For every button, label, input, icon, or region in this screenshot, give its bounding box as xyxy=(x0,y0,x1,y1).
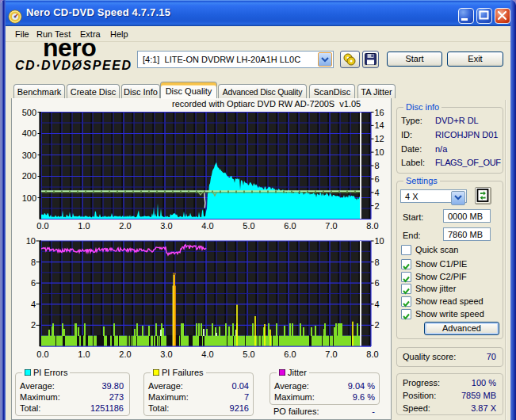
svg-text:0.0: 0.0 xyxy=(36,349,48,359)
svg-text:300: 300 xyxy=(22,151,36,160)
svg-text:200: 200 xyxy=(22,171,36,181)
svg-text:4.0: 4.0 xyxy=(201,221,213,231)
svg-text:6: 6 xyxy=(375,278,380,288)
svg-text:2.0: 2.0 xyxy=(119,349,131,359)
svg-text:1.0: 1.0 xyxy=(78,349,90,359)
svg-text:10: 10 xyxy=(375,236,384,246)
svg-text:1.0: 1.0 xyxy=(78,221,90,231)
svg-text:400: 400 xyxy=(22,128,36,138)
svg-text:recorded with Optiarc DVD RW A: recorded with Optiarc DVD RW AD-7200S v1… xyxy=(172,99,361,109)
svg-text:6.0: 6.0 xyxy=(284,349,296,359)
svg-text:6: 6 xyxy=(31,278,36,288)
svg-text:10: 10 xyxy=(375,147,384,157)
svg-text:5.0: 5.0 xyxy=(243,221,254,231)
svg-text:12: 12 xyxy=(375,134,384,143)
svg-text:8.0: 8.0 xyxy=(366,349,378,359)
svg-text:14: 14 xyxy=(375,120,384,130)
svg-text:500: 500 xyxy=(22,108,36,117)
svg-text:3.0: 3.0 xyxy=(160,221,172,231)
svg-text:10: 10 xyxy=(26,236,36,246)
svg-text:6: 6 xyxy=(375,174,380,184)
svg-text:16: 16 xyxy=(375,108,384,117)
svg-text:100: 100 xyxy=(22,193,36,203)
svg-text:4: 4 xyxy=(375,188,380,197)
svg-text:8: 8 xyxy=(375,161,380,170)
svg-text:0.0: 0.0 xyxy=(36,221,48,231)
svg-text:2.0: 2.0 xyxy=(119,221,131,231)
svg-text:2: 2 xyxy=(375,320,380,330)
svg-text:8: 8 xyxy=(375,258,380,267)
svg-text:7.0: 7.0 xyxy=(325,221,337,231)
svg-text:4: 4 xyxy=(375,300,380,309)
svg-text:7.0: 7.0 xyxy=(325,349,337,359)
svg-text:8: 8 xyxy=(31,258,36,267)
svg-text:4.0: 4.0 xyxy=(201,349,213,359)
svg-text:2: 2 xyxy=(31,320,36,330)
svg-text:2: 2 xyxy=(375,201,380,211)
svg-text:6.0: 6.0 xyxy=(284,221,296,231)
svg-text:3.0: 3.0 xyxy=(160,349,172,359)
svg-text:4: 4 xyxy=(31,300,36,309)
svg-text:8.0: 8.0 xyxy=(366,221,378,231)
svg-text:5.0: 5.0 xyxy=(243,349,254,359)
